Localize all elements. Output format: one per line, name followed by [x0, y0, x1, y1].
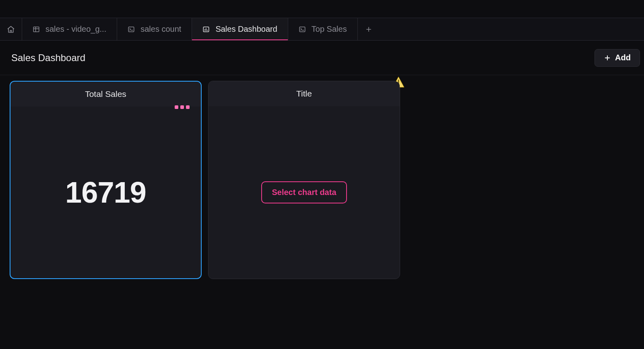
card-body: 16719 [10, 107, 201, 278]
plus-icon [604, 54, 611, 62]
tab-bar: sales - video_g... sales count Sales Das… [0, 18, 644, 41]
tab-label: sales - video_g... [45, 25, 106, 34]
tab-label: Sales Dashboard [215, 25, 277, 34]
dashboard-canvas: Total Sales 16719 Title Select chart dat… [0, 75, 644, 285]
page-title: Sales Dashboard [11, 52, 85, 64]
svg-rect-3 [128, 27, 134, 32]
tab-top-sales[interactable]: Top Sales [288, 18, 358, 40]
card-title: Title [296, 89, 312, 99]
add-button-label: Add [615, 53, 631, 62]
home-icon [7, 25, 15, 33]
page-header: Sales Dashboard Add [0, 41, 644, 75]
card-total-sales[interactable]: Total Sales 16719 [10, 81, 202, 279]
card-more-button[interactable] [175, 105, 190, 109]
terminal-icon [299, 26, 306, 33]
new-tab-button[interactable] [358, 18, 380, 40]
home-button[interactable] [0, 18, 22, 40]
card-body: Select chart data [208, 106, 400, 279]
terminal-icon [128, 26, 135, 33]
table-icon [33, 26, 40, 33]
svg-rect-9 [299, 27, 305, 32]
svg-rect-0 [33, 27, 39, 32]
card-empty[interactable]: Title Select chart data [208, 81, 400, 279]
card-header: Total Sales [10, 82, 201, 107]
card-header: Title [208, 81, 400, 106]
tab-label: Top Sales [312, 25, 347, 34]
tab-label: sales count [140, 25, 181, 34]
tab-sales-video[interactable]: sales - video_g... [22, 18, 117, 40]
more-dots-icon [175, 105, 178, 109]
total-sales-value: 16719 [65, 175, 146, 209]
more-dots-icon [180, 105, 184, 109]
chart-icon [202, 26, 210, 33]
card-title: Total Sales [85, 89, 126, 99]
plus-icon [365, 26, 372, 33]
tab-sales-count[interactable]: sales count [117, 18, 192, 40]
more-dots-icon [186, 105, 190, 109]
add-button[interactable]: Add [594, 49, 640, 67]
tab-sales-dashboard[interactable]: Sales Dashboard [192, 18, 288, 40]
select-chart-data-button[interactable]: Select chart data [261, 181, 347, 203]
